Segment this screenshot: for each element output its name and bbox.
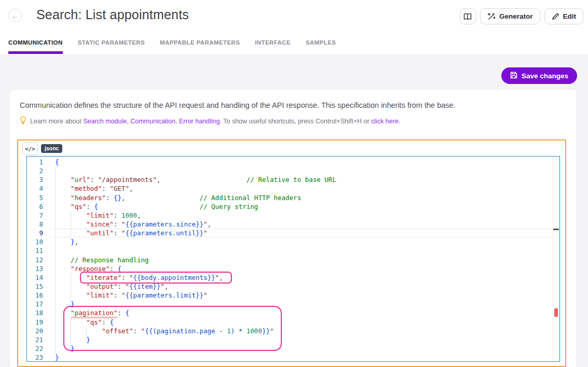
indent-guide [71, 291, 71, 300]
docs-button[interactable] [460, 8, 476, 24]
back-button[interactable]: ← [8, 9, 22, 22]
tab-static-parameters[interactable]: STATIC PARAMETERS [78, 39, 145, 54]
tip-link[interactable]: click here [371, 118, 399, 125]
header-actions: Generator Edit [460, 8, 583, 24]
code-area[interactable]: { "url": "/appointments", // Relative to… [50, 158, 559, 362]
indent-guide [55, 344, 56, 353]
code-line[interactable]: } [50, 353, 559, 362]
indent-guide [55, 175, 56, 184]
code-line[interactable]: }, [50, 237, 559, 246]
book-icon [463, 13, 472, 20]
line-number: 20 [27, 327, 50, 335]
indent-guide [55, 308, 56, 317]
code-icon: </> [22, 143, 38, 155]
line-number: 14 [27, 273, 50, 282]
tip-link[interactable]: Search module [83, 118, 127, 125]
line-number: 11 [27, 246, 50, 255]
page-title: Search: List appointments [36, 7, 189, 22]
indent-guide [55, 291, 56, 300]
code-line[interactable]: "offset": "{{(pagination.page - 1) * 100… [50, 327, 559, 335]
code-line[interactable]: "iterate": "{{body.appointments}}", [50, 273, 559, 282]
code-line[interactable]: } [50, 344, 559, 353]
tip-link[interactable]: Error handling [179, 118, 220, 125]
code-line[interactable]: "method": "GET", [50, 184, 559, 193]
indent-guide [55, 264, 56, 273]
line-number: 5 [27, 193, 50, 202]
indent-guide [55, 193, 56, 202]
arrow-left-icon: ← [11, 11, 19, 20]
code-line[interactable] [50, 166, 559, 175]
code-line[interactable]: } [50, 300, 559, 308]
app-header: ← Search: List appointments Generator Ed… [0, 0, 588, 54]
indent-guide [55, 327, 56, 335]
code-line[interactable]: "limit": "{{parameters.limit}}" [50, 291, 559, 300]
line-number: 23 [27, 353, 50, 362]
tip-text-segment: Learn more about [30, 118, 83, 125]
indent-guide [71, 282, 71, 291]
code-line[interactable]: "url": "/appointments", // Relative to b… [50, 175, 559, 184]
pencil-icon [552, 12, 559, 20]
indent-guide [71, 229, 71, 237]
indent-guide [71, 220, 71, 229]
indent-guide [55, 166, 56, 175]
save-icon [510, 72, 517, 80]
tab-communication[interactable]: COMMUNICATION [8, 39, 63, 54]
line-number: 12 [27, 256, 50, 264]
line-number: 2 [27, 166, 50, 175]
code-line[interactable] [50, 246, 559, 255]
code-line[interactable]: "since": "{{parameters.since}}", [50, 220, 559, 229]
tab-bar: COMMUNICATION STATIC PARAMETERS MAPPABLE… [8, 39, 336, 54]
lightbulb-icon [20, 116, 26, 126]
generator-button-label: Generator [499, 12, 533, 20]
gutter: 1234567891011121314151617181920212223 [27, 158, 50, 362]
line-number: 10 [27, 237, 50, 246]
line-number: 8 [27, 220, 50, 229]
indent-guide [55, 229, 56, 237]
line-number: 3 [27, 175, 50, 184]
line-number: 18 [27, 308, 50, 317]
overview-ruler-cursor-marker [553, 229, 559, 230]
indent-guide [71, 327, 71, 335]
code-editor[interactable]: 1234567891011121314151617181920212223 { … [26, 156, 560, 362]
indent-guide [55, 211, 56, 220]
code-line[interactable]: { [50, 158, 559, 166]
tip-link[interactable]: Communication [130, 118, 175, 125]
indent-guide [55, 300, 56, 308]
tab-samples[interactable]: SAMPLES [306, 39, 336, 54]
code-line[interactable]: "qs": { // Query string [50, 202, 559, 211]
indent-guide [71, 335, 71, 344]
code-line[interactable]: } [50, 335, 559, 344]
code-line[interactable]: "pagination": { [50, 308, 559, 317]
save-changes-label: Save changes [522, 72, 568, 80]
line-number: 21 [27, 335, 50, 344]
line-number: 16 [27, 291, 50, 300]
edit-button-label: Edit [563, 12, 577, 20]
indent-guide [55, 256, 56, 264]
code-line[interactable]: "response": { [50, 264, 559, 273]
line-number: 7 [27, 211, 50, 220]
code-line[interactable]: // Response handling [50, 256, 559, 264]
line-number: 4 [27, 184, 50, 193]
line-number: 17 [27, 300, 50, 308]
code-line[interactable]: "qs": { [50, 318, 559, 327]
page-body: Save changes Communication defines the s… [0, 54, 588, 367]
overview-ruler-error-marker [554, 308, 558, 317]
tip-text: Learn more about Search module, Communic… [30, 118, 400, 125]
overview-ruler-separator [553, 157, 553, 361]
tab-interface[interactable]: INTERFACE [255, 39, 291, 54]
indent-guide [55, 318, 56, 327]
code-line[interactable]: "until": "{{parameters.until}}" [50, 229, 559, 237]
code-line[interactable]: "output": "{{item}}", [50, 282, 559, 291]
save-changes-button[interactable]: Save changes [501, 67, 577, 84]
line-number: 22 [27, 344, 50, 353]
code-line[interactable]: "headers": {}, // Additional HTTP header… [50, 193, 559, 202]
line-number: 1 [27, 158, 50, 166]
tab-mappable-parameters[interactable]: MAPPABLE PARAMETERS [160, 39, 240, 54]
code-line[interactable]: "limit": 1000, [50, 211, 559, 220]
indent-guide [55, 184, 56, 193]
language-badge: jsonc [41, 144, 62, 153]
line-number: 6 [27, 202, 50, 211]
generator-button[interactable]: Generator [480, 8, 540, 24]
edit-button[interactable]: Edit [544, 8, 584, 24]
indent-guide [71, 211, 71, 220]
